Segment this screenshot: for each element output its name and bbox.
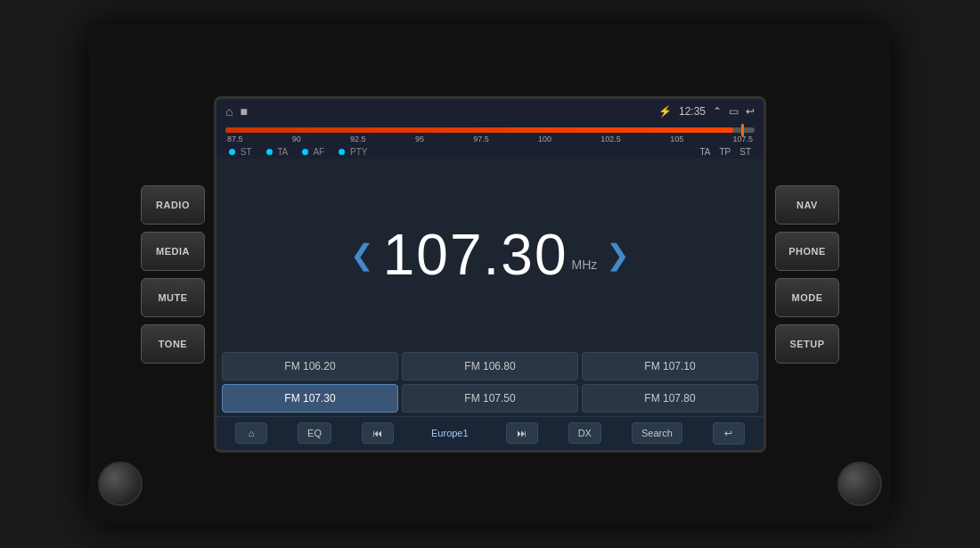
- next-freq-button[interactable]: ❯: [597, 238, 639, 272]
- setup-button[interactable]: SETUP: [775, 324, 839, 364]
- scale-925: 92.5: [350, 135, 366, 143]
- car-unit: RADIO MEDIA MUTE TONE ⌂ ■ ⚡ 12:35 ⌃ ▭ ↩: [89, 25, 891, 524]
- dx-button[interactable]: DX: [568, 422, 601, 444]
- main-screen: ⌂ ■ ⚡ 12:35 ⌃ ▭ ↩ 87.5 90 92.5 95 97: [214, 96, 766, 453]
- home-button[interactable]: ⌂: [235, 422, 267, 444]
- freq-progress: [225, 127, 733, 133]
- expand-icon[interactable]: ⌃: [713, 105, 722, 118]
- af-indicator: AF: [302, 147, 324, 157]
- status-bar: ⌂ ■ ⚡ 12:35 ⌃ ▭ ↩: [216, 99, 764, 124]
- preset-2[interactable]: FM 106.80: [402, 352, 578, 380]
- clock: 12:35: [679, 105, 706, 118]
- pty-dot: [339, 149, 345, 155]
- search-button[interactable]: Search: [632, 422, 682, 444]
- radio-button[interactable]: RADIO: [141, 185, 205, 225]
- freq-track[interactable]: [225, 127, 755, 133]
- current-frequency: 107.30: [383, 223, 568, 287]
- radio-indicators: ST TA AF PTY TA TP ST: [216, 145, 764, 159]
- preset-3[interactable]: FM 107.10: [582, 352, 758, 380]
- back-button[interactable]: ↩: [713, 422, 745, 445]
- prev-button[interactable]: ⏮: [362, 422, 394, 444]
- right-knob[interactable]: [837, 462, 882, 506]
- toolbar: ⌂ EQ ⏮ Europe1 ⏭ DX Search ↩: [216, 416, 764, 450]
- af-dot: [302, 149, 308, 155]
- prev-freq-button[interactable]: ❮: [341, 238, 383, 272]
- right-tp: TP: [719, 147, 731, 157]
- scale-95: 95: [415, 135, 424, 143]
- preset-6[interactable]: FM 107.80: [582, 384, 758, 413]
- scale-105: 105: [670, 135, 683, 143]
- preset-5[interactable]: FM 107.50: [402, 384, 578, 413]
- scale-100: 100: [538, 135, 551, 143]
- freq-scale: 87.5 90 92.5 95 97.5 100 102.5 105 107.5: [225, 135, 755, 143]
- freq-number-container: 107.30MHz: [383, 222, 598, 288]
- freq-indicator: [741, 124, 744, 136]
- scale-875: 87.5: [227, 135, 243, 143]
- menu-status-icon: ■: [240, 104, 247, 119]
- bluetooth-icon: ⚡: [658, 105, 672, 118]
- preset-4[interactable]: FM 107.30: [222, 384, 398, 413]
- media-button[interactable]: MEDIA: [141, 232, 205, 271]
- freq-display: ❮ 107.30MHz ❯: [216, 159, 764, 352]
- left-button-group: RADIO MEDIA MUTE TONE: [141, 185, 205, 364]
- st-indicator: ST: [229, 147, 252, 157]
- scale-975: 97.5: [473, 135, 489, 143]
- pty-indicator: PTY: [339, 147, 367, 157]
- right-button-group: NAV PHONE MODE SETUP: [775, 185, 839, 364]
- station-name: Europe1: [424, 423, 476, 443]
- tone-button[interactable]: TONE: [141, 324, 205, 364]
- freq-bar-container: 87.5 90 92.5 95 97.5 100 102.5 105 107.5: [216, 124, 764, 145]
- back-status-icon[interactable]: ↩: [746, 105, 755, 118]
- next-button[interactable]: ⏭: [506, 422, 538, 444]
- ta-dot: [266, 149, 273, 155]
- left-knob[interactable]: [98, 462, 143, 506]
- nav-button[interactable]: NAV: [775, 185, 839, 225]
- ta-indicator: TA: [266, 147, 289, 157]
- st-dot: [229, 149, 235, 155]
- mute-button[interactable]: MUTE: [141, 278, 205, 317]
- right-ta: TA: [699, 147, 710, 157]
- indicators-right: TA TP ST: [699, 147, 751, 157]
- presets-grid: FM 106.20 FM 106.80 FM 107.10 FM 107.30 …: [216, 352, 764, 416]
- scale-1025: 102.5: [600, 135, 621, 143]
- status-left: ⌂ ■: [225, 104, 248, 119]
- home-status-icon[interactable]: ⌂: [225, 104, 233, 119]
- freq-unit: MHz: [571, 258, 597, 272]
- mode-button[interactable]: MODE: [775, 278, 839, 317]
- eq-button[interactable]: EQ: [298, 422, 331, 444]
- preset-1[interactable]: FM 106.20: [222, 352, 398, 380]
- right-st: ST: [739, 147, 751, 157]
- status-right: ⚡ 12:35 ⌃ ▭ ↩: [658, 105, 755, 118]
- window-icon[interactable]: ▭: [729, 105, 739, 118]
- phone-button[interactable]: PHONE: [775, 232, 839, 271]
- scale-90: 90: [292, 135, 301, 143]
